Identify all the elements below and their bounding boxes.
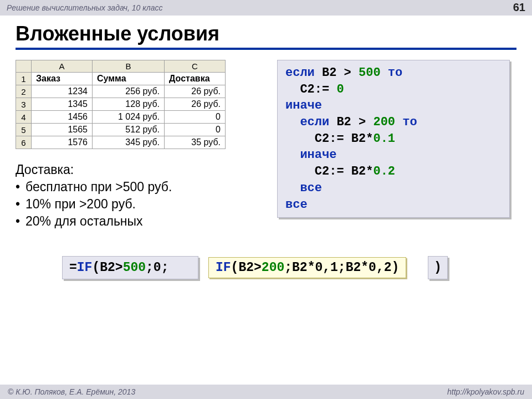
col-b: B	[93, 60, 165, 73]
table-row: 4 1456 1 024 руб. 0	[16, 111, 226, 124]
page-number: 61	[513, 1, 525, 14]
table-row: 6 1576 345 руб. 35 руб.	[16, 136, 226, 149]
formula-right: )	[428, 256, 448, 279]
footer-band: © К.Ю. Поляков, Е.А. Ерёмин, 2013 http:/…	[0, 385, 532, 399]
course-label: Решение вычислительных задач, 10 класс	[7, 3, 163, 12]
formula-middle: IF(B2>200;B2*0,1;B2*0,2)	[208, 257, 406, 278]
table-row: 5 1565 512 руб. 0	[16, 124, 226, 136]
formula-left: =IF(B2>500;0;	[62, 256, 198, 279]
table-row: 3 1345 128 руб. 26 руб.	[16, 98, 226, 111]
hdr-a: Заказ	[32, 73, 93, 85]
pseudocode-box: если B2 > 500 то C2:= 0 иначе если B2 > …	[277, 60, 510, 218]
header-band: Решение вычислительных задач, 10 класс 6…	[0, 0, 532, 16]
footer-left: © К.Ю. Поляков, Е.А. Ерёмин, 2013	[8, 387, 135, 396]
footer-right: http://kpolyakov.spb.ru	[447, 387, 524, 396]
table-row: 2 1234 256 руб. 26 руб.	[16, 85, 226, 98]
hdr-c: Доставка	[165, 73, 226, 85]
col-a: A	[32, 60, 93, 73]
page-title: Вложенные условия	[16, 22, 532, 45]
title-rule	[16, 48, 516, 50]
hdr-b: Сумма	[93, 73, 165, 85]
corner-cell	[16, 60, 32, 73]
row-1: 1	[16, 73, 32, 85]
spreadsheet: A B C 1 Заказ Сумма Доставка 2 1234 256 …	[16, 60, 226, 149]
col-c: C	[165, 60, 226, 73]
formula-row: =IF(B2>500;0; IF(B2>200;B2*0,1;B2*0,2) )	[62, 256, 483, 280]
